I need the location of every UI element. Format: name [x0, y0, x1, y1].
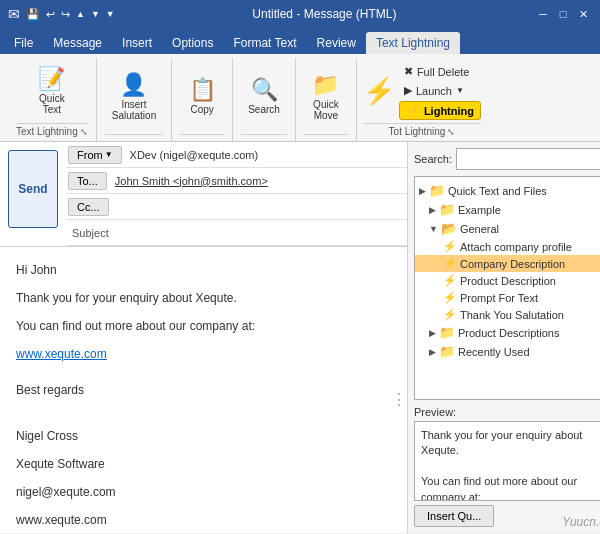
quick-move-button[interactable]: 📁 QuickMove: [304, 69, 348, 125]
to-value[interactable]: John Smith <john@smith.com>: [109, 171, 407, 191]
ribbon-group-label-search: [241, 134, 287, 139]
to-button[interactable]: To...: [68, 172, 107, 190]
from-row: From ▼ XDev (nigel@xequte.com): [66, 142, 407, 168]
right-panel: Search: 🔍 ▶ 📁 Quick Text and Files ▶ 📁 E…: [408, 142, 600, 533]
full-delete-button[interactable]: ✖ Full Delete: [399, 63, 481, 80]
ribbon-buttons-search: 🔍 Search: [241, 60, 287, 134]
menu-tab-message[interactable]: Message: [43, 32, 112, 54]
tree-label-prompt-text: Prompt For Text: [460, 292, 538, 304]
chevron-right-icon: ▶: [419, 186, 426, 196]
quick-access-save[interactable]: 💾: [26, 8, 40, 21]
minimize-button[interactable]: ─: [534, 5, 552, 23]
folder-open-icon: 📂: [441, 221, 457, 236]
resize-handle[interactable]: ⋮: [391, 388, 407, 412]
tot-lightning-group-label: Tot Lightning: [389, 126, 446, 137]
send-area: Send From ▼ XDev (nigel@xequte.com) To..…: [0, 142, 407, 247]
text-lightning-group-label: Text Lightning: [16, 126, 78, 137]
preview-text: Thank you for your enquiry about Xequte.…: [421, 428, 600, 501]
search-input[interactable]: [456, 148, 600, 170]
tree-item-thank-you[interactable]: ⚡ Thank You Salutation: [415, 306, 600, 323]
cc-input[interactable]: [111, 197, 407, 217]
ribbon-group-insert-salutation: 👤 InsertSalutation: [97, 58, 172, 141]
tree-item-recently-used[interactable]: ▶ 📁 Recently Used: [415, 342, 600, 361]
file-icon: ⚡: [443, 274, 457, 287]
watermark: Yuucn.com: [562, 515, 600, 529]
launch-button[interactable]: ▶ Launch ▼: [399, 82, 481, 99]
insert-salutation-button[interactable]: 👤 InsertSalutation: [105, 69, 163, 125]
tree-item-company-desc[interactable]: ⚡ Company Description: [415, 255, 600, 272]
insert-quick-button[interactable]: Insert Qu...: [414, 505, 494, 527]
salutation-label: InsertSalutation: [112, 99, 156, 121]
ribbon-group-label-salutation: [105, 134, 163, 139]
lightning-button[interactable]: ⚡ Lightning: [399, 101, 481, 120]
ribbon-group-quick-text: 📝 QuickText Text Lightning ⤡: [8, 58, 97, 141]
launch-dropdown-icon: ▼: [456, 86, 464, 95]
from-button[interactable]: From ▼: [68, 146, 122, 164]
from-value: XDev (nigel@xequte.com): [124, 145, 407, 165]
title-bar: ✉ 💾 ↩ ↪ ▲ ▼ ▼ Untitled - Message (HTML) …: [0, 0, 600, 28]
copy-button[interactable]: 📋 Copy: [180, 69, 224, 125]
ribbon-group-label-quick-move: [304, 134, 348, 139]
menu-tab-options[interactable]: Options: [162, 32, 223, 54]
chevron-right-icon: ▶: [429, 347, 436, 357]
menu-tab-insert[interactable]: Insert: [112, 32, 162, 54]
search-button[interactable]: 🔍 Search: [241, 69, 287, 125]
tree-item-general[interactable]: ▼ 📂 General: [415, 219, 600, 238]
ribbon-group-tot-lightning: ⚡ ✖ Full Delete ▶ Launch ▼ ⚡ Lightning T…: [357, 58, 487, 141]
email-body[interactable]: Hi John Thank you for your enquiry about…: [0, 247, 407, 534]
tree-item-example[interactable]: ▶ 📁 Example: [415, 200, 600, 219]
tree-label-attach-company: Attach company profile: [460, 241, 572, 253]
tot-lightning-expand-icon[interactable]: ⤡: [447, 127, 455, 137]
quick-text-button[interactable]: 📝 QuickText: [30, 64, 74, 120]
signature-website: www.xequte.com: [16, 511, 391, 529]
email-link[interactable]: www.xequte.com: [16, 347, 107, 361]
email-compose-area: Send From ▼ XDev (nigel@xequte.com) To..…: [0, 142, 408, 533]
search-label: Search:: [414, 153, 452, 165]
ribbon-buttons-quick-text: 📝 QuickText: [30, 60, 74, 123]
preview-box: Thank you for your enquiry about Xequte.…: [414, 421, 600, 501]
subject-label: Subject: [66, 223, 115, 243]
email-para2: You can find out more about our company …: [16, 317, 391, 335]
launch-icon: ▶: [404, 84, 412, 97]
folder-icon: 📁: [439, 325, 455, 340]
menu-tab-file[interactable]: File: [4, 32, 43, 54]
cc-button[interactable]: Cc...: [68, 198, 109, 216]
maximize-button[interactable]: □: [554, 5, 572, 23]
tree-item-product-desc[interactable]: ⚡ Product Description: [415, 272, 600, 289]
tot-lightning-icon: ⚡: [363, 76, 395, 107]
tree-item-quick-text-files[interactable]: ▶ 📁 Quick Text and Files: [415, 181, 600, 200]
main-content: Send From ▼ XDev (nigel@xequte.com) To..…: [0, 142, 600, 533]
signature-company: Xequte Software: [16, 455, 391, 473]
menu-tab-text-lightning[interactable]: Text Lightning: [366, 32, 460, 54]
tree-item-product-descs[interactable]: ▶ 📁 Product Descriptions: [415, 323, 600, 342]
ribbon-group-label-text-lightning: Text Lightning ⤡: [16, 123, 88, 139]
search-icon: 🔍: [251, 79, 278, 101]
window-title: Untitled - Message (HTML): [115, 7, 534, 21]
file-icon: ⚡: [443, 291, 457, 304]
quick-access-undo[interactable]: ↩: [46, 8, 55, 21]
quick-move-icon: 📁: [312, 74, 339, 96]
quick-access-drop[interactable]: ▼: [106, 9, 115, 19]
ribbon-group-quick-move: 📁 QuickMove: [296, 58, 357, 141]
ribbon-group-label-copy: [180, 134, 224, 139]
menu-tab-review[interactable]: Review: [307, 32, 366, 54]
text-lightning-expand-icon[interactable]: ⤡: [80, 127, 88, 137]
to-row: To... John Smith <john@smith.com>: [66, 168, 407, 194]
quick-access-redo[interactable]: ↪: [61, 8, 70, 21]
window-controls: ─ □ ✕: [534, 5, 592, 23]
tree-item-attach-company[interactable]: ⚡ Attach company profile: [415, 238, 600, 255]
quick-access-up[interactable]: ▲: [76, 9, 85, 19]
menu-tab-format-text[interactable]: Format Text: [223, 32, 306, 54]
from-dropdown-icon: ▼: [105, 150, 113, 159]
quick-text-icon: 📝: [38, 68, 65, 90]
tree-label-product-desc: Product Description: [460, 275, 556, 287]
chevron-down-icon: ▼: [429, 224, 438, 234]
preview-label: Preview:: [414, 406, 600, 418]
close-button[interactable]: ✕: [574, 5, 592, 23]
subject-input[interactable]: [115, 223, 407, 243]
quick-access-down[interactable]: ▼: [91, 9, 100, 19]
quick-move-label: QuickMove: [313, 99, 339, 121]
tree-item-prompt-text[interactable]: ⚡ Prompt For Text: [415, 289, 600, 306]
tree-label-recently-used: Recently Used: [458, 346, 530, 358]
send-button[interactable]: Send: [8, 150, 58, 228]
